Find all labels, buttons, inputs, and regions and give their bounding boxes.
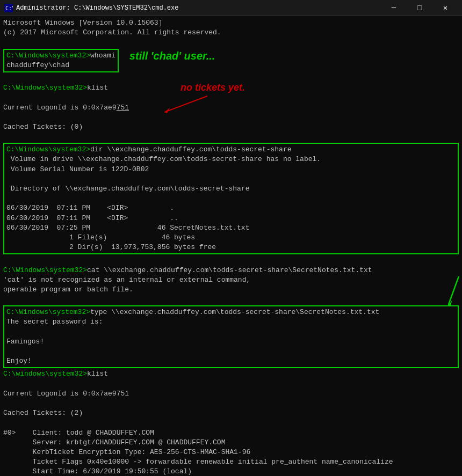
terminal-line xyxy=(3,399,459,408)
terminal-line: 06/30/2019 07:25 PM 46 SecretNotes.txt.t… xyxy=(6,223,456,233)
terminal-line: Volume in drive \\exchange.chadduffey.co… xyxy=(6,155,456,164)
terminal-line: Volume Serial Number is 122D-0B02 xyxy=(6,165,456,174)
terminal-line xyxy=(3,93,459,102)
terminal-line xyxy=(3,132,459,142)
terminal-area[interactable]: Microsoft Windows [Version 10.0.15063] (… xyxy=(0,16,462,476)
terminal-line: C:\Windows\system32>whoami xyxy=(6,51,116,61)
terminal-line: 06/30/2019 07:11 PM <DIR> .. xyxy=(6,214,456,223)
maximize-button[interactable]: □ xyxy=(407,0,432,16)
ticket-0-line: KerbTicket Encryption Type: AES-256-CTS-… xyxy=(3,448,459,457)
annotation-chad-user: still 'chad' user... xyxy=(129,50,215,62)
terminal-line: Enjoy! xyxy=(6,356,456,366)
window-title: Administrator: C:\Windows\SYSTEM32\cmd.e… xyxy=(16,4,178,12)
terminal-line: chadduffey\chad xyxy=(6,61,116,70)
terminal-line: Cached Tickets: (0) xyxy=(3,122,459,132)
terminal-line xyxy=(3,255,459,265)
dir-box: C:\Windows\system32>dir \\exchange.chadd… xyxy=(3,143,459,254)
terminal-line: Cached Tickets: (2) xyxy=(3,408,459,418)
whoami-box: C:\Windows\system32>whoami chadduffey\ch… xyxy=(3,49,119,72)
type-box: C:\Windows\system32>type \\exchange.chad… xyxy=(3,305,459,368)
ticket-0-line: Server: krbtgt/CHADDUFFEY.COM @ CHADDUFF… xyxy=(3,438,459,448)
minimize-button[interactable]: ─ xyxy=(381,0,406,16)
terminal-line: C:\Windows\system32>type \\exchange.chad… xyxy=(6,307,456,317)
terminal-line xyxy=(6,194,456,203)
terminal-line: operable program or batch file. xyxy=(3,285,459,295)
terminal-line xyxy=(3,295,459,304)
close-button[interactable]: ✕ xyxy=(433,0,458,16)
window-controls: ─ □ ✕ xyxy=(381,0,458,16)
terminal-line xyxy=(3,38,459,47)
terminal-line: The secret password is: xyxy=(6,317,456,327)
annotation-no-tickets: no tickets yet. xyxy=(181,82,245,93)
terminal-line: Current LogonId is 0:0x7ae9751 xyxy=(3,389,459,399)
terminal-line xyxy=(3,379,459,389)
ticket-0-line: Start Time: 6/30/2019 19:50:55 (local) xyxy=(3,467,459,476)
terminal-line: C:\Windows\system32>dir \\exchange.chadd… xyxy=(6,145,456,155)
terminal-line: Microsoft Windows [Version 10.0.15063] xyxy=(3,18,459,28)
terminal-line: Current LogonId is 0:0x7ae9751 xyxy=(3,103,459,113)
ticket-0-line: #0> Client: todd @ CHADDUFFEY.COM xyxy=(3,428,459,438)
terminal-line xyxy=(6,174,456,184)
terminal-line: C:\Windows\system32>cat \\exchange.chadd… xyxy=(3,266,459,275)
svg-text:C:\: C:\ xyxy=(5,5,13,11)
titlebar-left: C:\ Administrator: C:\Windows\SYSTEM32\c… xyxy=(4,4,178,12)
terminal-line xyxy=(6,327,456,337)
terminal-line: Directory of \\exchange.chadduffey.com\t… xyxy=(6,184,456,194)
terminal-line xyxy=(6,347,456,356)
titlebar: C:\ Administrator: C:\Windows\SYSTEM32\c… xyxy=(0,0,462,16)
terminal-line xyxy=(3,418,459,428)
terminal-line: C:\windows\system32>klist xyxy=(3,369,459,379)
terminal-line: 'cat' is not recognized as an internal o… xyxy=(3,275,459,285)
terminal-line: 1 File(s) 46 bytes xyxy=(6,233,456,243)
terminal-line: 06/30/2019 07:11 PM <DIR> . xyxy=(6,203,456,213)
terminal-line xyxy=(3,113,459,122)
ticket-0-line: Ticket Flags 0x40e10000 -> forwardable r… xyxy=(3,457,459,467)
terminal-line: (c) 2017 Microsoft Corporation. All righ… xyxy=(3,28,459,38)
cmd-icon: C:\ xyxy=(4,4,13,12)
terminal-line: Famingos! xyxy=(6,337,456,347)
terminal-line: 2 Dir(s) 13,973,753,856 bytes free xyxy=(6,243,456,252)
